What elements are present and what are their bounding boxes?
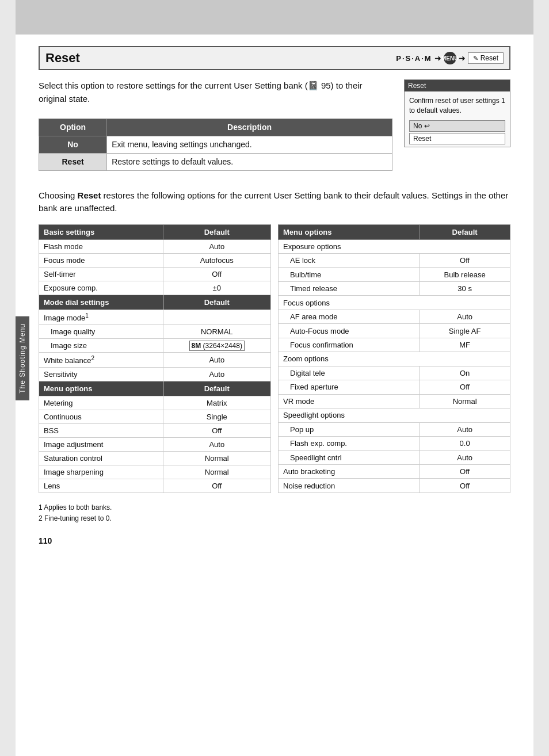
breadcrumb-arrow1: ➜ bbox=[434, 54, 441, 63]
image-size-value: 8M (3264×2448) bbox=[163, 338, 270, 352]
table-row: Speedlight cntrl Auto bbox=[279, 450, 510, 464]
sensitivity-label: Sensitivity bbox=[39, 368, 163, 381]
noise-reduction-value: Off bbox=[420, 479, 510, 493]
bulb-time-value: Bulb release bbox=[420, 268, 510, 281]
option-reset: Reset bbox=[39, 153, 107, 170]
menu-options-right-header: Menu options bbox=[279, 224, 420, 239]
table-row: Exposure comp. ±0 bbox=[39, 281, 271, 295]
table-row: Metering Matrix bbox=[39, 396, 271, 410]
panel-buttons: No ↩ Reset bbox=[409, 120, 505, 144]
focus-confirmation-label: Focus confirmation bbox=[279, 338, 420, 352]
option-col-header: Option bbox=[39, 119, 107, 136]
breadcrumb-psam: P·S·A·M bbox=[396, 54, 432, 63]
exposure-comp-label: Exposure comp. bbox=[39, 281, 163, 295]
mode-dial-label: Mode dial settings bbox=[39, 295, 163, 310]
table-row: Continuous Single bbox=[39, 410, 271, 424]
menu-options-left-header: Menu options Default bbox=[39, 381, 271, 396]
pop-up-value: Auto bbox=[420, 422, 510, 436]
breadcrumb-menu-icon: MENU bbox=[444, 52, 456, 64]
breadcrumb-reset-label: Reset bbox=[481, 54, 498, 62]
focus-mode-value: Autofocus bbox=[163, 253, 270, 267]
breadcrumb-arrow2: ➜ bbox=[459, 54, 466, 63]
focus-options-group: Focus options bbox=[279, 296, 510, 310]
image-quality-value: NORMAL bbox=[163, 324, 270, 338]
menu-options-left-default-label: Default bbox=[163, 381, 270, 396]
pencil-icon: ✎ bbox=[473, 55, 478, 62]
description-text: Select this option to restore settings f… bbox=[39, 79, 392, 180]
focus-mode-label: Focus mode bbox=[39, 253, 163, 267]
top-bar bbox=[16, 0, 533, 35]
sidebar-panel: Reset Confirm reset of user settings 1 t… bbox=[404, 79, 510, 180]
timed-release-label: Timed release bbox=[279, 281, 420, 295]
pop-up-label: Pop up bbox=[279, 422, 420, 436]
mode-dial-section-header: Mode dial settings Default bbox=[39, 295, 271, 310]
right-settings-table: Menu options Default Exposure options AE… bbox=[278, 224, 510, 494]
reset-panel-body: Confirm reset of user settings 1 to defa… bbox=[405, 91, 510, 147]
mode-dial-default-label: Default bbox=[163, 295, 270, 310]
table-row: Image sharpening Normal bbox=[39, 465, 271, 479]
table-row: Exposure options bbox=[279, 239, 510, 253]
lens-label: Lens bbox=[39, 479, 163, 493]
reset-panel-text: Confirm reset of user settings 1 to defa… bbox=[409, 96, 505, 116]
tables-row: Basic settings Default Flash mode Auto F… bbox=[39, 224, 510, 494]
image-adjustment-label: Image adjustment bbox=[39, 438, 163, 452]
panel-reset-button[interactable]: Reset bbox=[409, 133, 505, 144]
menu-options-left-label: Menu options bbox=[39, 381, 163, 396]
side-tab: The Shooting Menu bbox=[16, 316, 29, 400]
panel-no-button[interactable]: No ↩ bbox=[409, 120, 505, 132]
metering-label: Metering bbox=[39, 396, 163, 410]
self-timer-value: Off bbox=[163, 267, 270, 281]
reset-panel: Reset Confirm reset of user settings 1 t… bbox=[404, 79, 510, 147]
table-row: Bulb/time Bulb release bbox=[279, 268, 510, 281]
footnote-2: 2 Fine-tuning reset to 0. bbox=[39, 513, 510, 524]
speedlight-cntrl-value: Auto bbox=[420, 450, 510, 464]
saturation-control-label: Saturation control bbox=[39, 452, 163, 465]
table-row: Digital tele On bbox=[279, 366, 510, 380]
table-row: Focus options bbox=[279, 296, 510, 310]
reset-header: Reset P·S·A·M ➜ MENU ➜ ✎ Reset bbox=[39, 46, 510, 70]
exposure-comp-value: ±0 bbox=[163, 281, 270, 295]
saturation-control-value: Normal bbox=[163, 452, 270, 465]
fixed-aperture-label: Fixed aperture bbox=[279, 380, 420, 394]
flash-mode-label: Flash mode bbox=[39, 239, 163, 253]
menu-options-right-default-header: Default bbox=[420, 224, 510, 239]
footnote-1: 1 Applies to both banks. bbox=[39, 502, 510, 513]
auto-bracketing-value: Off bbox=[420, 465, 510, 479]
table-row: No Exit menu, leaving settings unchanged… bbox=[39, 136, 392, 153]
speedlight-cntrl-label: Speedlight cntrl bbox=[279, 450, 420, 464]
table-row: Auto bracketing Off bbox=[279, 465, 510, 479]
table-row: Image size 8M (3264×2448) bbox=[39, 338, 271, 352]
table-row: Reset Restore settings to default values… bbox=[39, 153, 392, 170]
table-row: Fixed aperture Off bbox=[279, 380, 510, 394]
table-row: Focus confirmation MF bbox=[279, 338, 510, 352]
digital-tele-value: On bbox=[420, 366, 510, 380]
table-row: Flash exp. comp. 0.0 bbox=[279, 437, 510, 450]
option-no-description: Exit menu, leaving settings unchanged. bbox=[107, 136, 392, 153]
white-balance-value: Auto bbox=[163, 352, 270, 367]
left-settings-table: Basic settings Default Flash mode Auto F… bbox=[39, 224, 271, 494]
bss-value: Off bbox=[163, 424, 270, 438]
bss-label: BSS bbox=[39, 424, 163, 438]
table-row: AF area mode Auto bbox=[279, 310, 510, 323]
table-row: AE lock Off bbox=[279, 253, 510, 267]
ae-lock-label: AE lock bbox=[279, 253, 420, 267]
lens-value: Off bbox=[163, 479, 270, 493]
ae-lock-value: Off bbox=[420, 253, 510, 267]
auto-focus-mode-value: Single AF bbox=[420, 324, 510, 338]
table-row: Image mode1 bbox=[39, 310, 271, 324]
main-content: Select this option to restore settings f… bbox=[39, 79, 510, 180]
table-row: Flash mode Auto bbox=[39, 239, 271, 253]
table-row: VR mode Normal bbox=[279, 394, 510, 408]
continuous-value: Single bbox=[163, 410, 270, 424]
description-paragraph: Select this option to restore settings f… bbox=[39, 79, 392, 105]
option-table: Option Description No Exit menu, leaving… bbox=[39, 119, 392, 171]
table-row: BSS Off bbox=[39, 424, 271, 438]
table-row: Noise reduction Off bbox=[279, 479, 510, 493]
table-row: Focus mode Autofocus bbox=[39, 253, 271, 267]
metering-value: Matrix bbox=[163, 396, 270, 410]
page-number: 110 bbox=[39, 536, 510, 545]
vr-mode-label: VR mode bbox=[279, 394, 420, 408]
auto-bracketing-label: Auto bracketing bbox=[279, 465, 420, 479]
af-area-mode-label: AF area mode bbox=[279, 310, 420, 323]
option-reset-description: Restore settings to default values. bbox=[107, 153, 392, 170]
